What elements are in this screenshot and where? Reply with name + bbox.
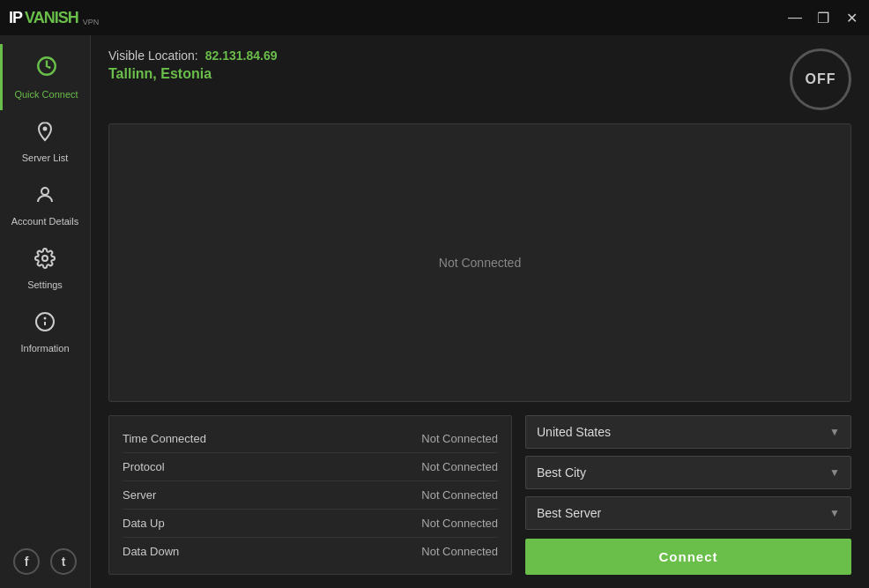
stat-row-data-up: Data Up Not Connected: [123, 510, 498, 538]
stat-row-protocol: Protocol Not Connected: [123, 453, 498, 481]
sidebar-item-settings[interactable]: Settings: [0, 237, 90, 301]
sidebar: Quick Connect Server List Account Detail…: [0, 35, 91, 588]
bottom-panel: Time Connected Not Connected Protocol No…: [108, 415, 851, 575]
map-area: Not Connected: [108, 123, 851, 402]
stats-panel: Time Connected Not Connected Protocol No…: [108, 415, 512, 575]
svg-point-3: [42, 256, 48, 261]
window-controls: — ❐ ✕: [786, 9, 860, 26]
server-list-icon: [34, 121, 56, 147]
connect-panel: United States ▼ Best City ▼ Best Server …: [525, 415, 851, 575]
information-label: Information: [20, 343, 69, 354]
ip-address: 82.131.84.69: [205, 48, 278, 63]
main-layout: Quick Connect Server List Account Detail…: [0, 35, 869, 588]
logo-vanish: VANISH: [25, 9, 78, 27]
city-dropdown-label: Best City: [537, 465, 586, 480]
stat-server-value: Not Connected: [421, 488, 498, 502]
country-dropdown-label: United States: [537, 425, 611, 439]
country-dropdown-arrow: ▼: [829, 426, 840, 438]
server-dropdown[interactable]: Best Server ▼: [525, 496, 851, 530]
connect-button[interactable]: Connect: [525, 539, 851, 575]
sidebar-item-account-details[interactable]: Account Details: [0, 174, 90, 237]
maximize-button[interactable]: ❐: [814, 9, 832, 26]
account-details-label: Account Details: [11, 216, 78, 227]
content-area: Visible Location: 82.131.84.69 Tallinn, …: [91, 35, 869, 588]
twitter-button[interactable]: t: [50, 548, 77, 575]
stat-row-data-down: Data Down Not Connected: [123, 538, 498, 565]
app-logo: IP VANISH VPN: [9, 9, 99, 27]
logo-vpn: VPN: [83, 18, 100, 26]
stat-time-label: Time Connected: [123, 432, 206, 445]
country-dropdown[interactable]: United States ▼: [525, 415, 851, 449]
stat-data-up-value: Not Connected: [421, 517, 498, 530]
minimize-button[interactable]: —: [786, 9, 804, 26]
stat-protocol-label: Protocol: [123, 460, 165, 473]
information-icon: [34, 311, 56, 338]
stat-data-down-value: Not Connected: [421, 545, 498, 558]
settings-icon: [34, 248, 56, 274]
stat-protocol-value: Not Connected: [421, 460, 498, 473]
logo-ip: IP: [9, 9, 22, 27]
quick-connect-icon: [35, 55, 58, 84]
close-button[interactable]: ✕: [843, 9, 860, 26]
stat-data-up-label: Data Up: [123, 517, 165, 530]
sidebar-item-information[interactable]: Information: [0, 301, 90, 364]
map-status-text: Not Connected: [439, 256, 521, 270]
stat-row-time: Time Connected Not Connected: [123, 425, 498, 453]
stat-data-down-label: Data Down: [123, 545, 179, 558]
svg-point-2: [41, 188, 48, 195]
svg-point-1: [43, 127, 48, 131]
stat-row-server: Server Not Connected: [123, 481, 498, 510]
power-button[interactable]: OFF: [790, 48, 851, 110]
city-dropdown-arrow: ▼: [829, 466, 840, 479]
quick-connect-label: Quick Connect: [14, 89, 78, 100]
social-links: f t: [13, 535, 77, 588]
location-name: Tallinn, Estonia: [108, 66, 277, 82]
stat-server-label: Server: [123, 488, 156, 502]
sidebar-item-server-list[interactable]: Server List: [0, 110, 90, 174]
account-details-icon: [34, 184, 56, 211]
header: Visible Location: 82.131.84.69 Tallinn, …: [108, 48, 851, 110]
sidebar-item-quick-connect[interactable]: Quick Connect: [0, 44, 90, 110]
settings-label: Settings: [27, 279, 63, 290]
visible-location-label: Visible Location:: [108, 48, 198, 63]
city-dropdown[interactable]: Best City ▼: [525, 456, 851, 489]
facebook-button[interactable]: f: [13, 548, 40, 575]
stat-time-value: Not Connected: [421, 432, 498, 445]
title-bar: IP VANISH VPN — ❐ ✕: [0, 0, 869, 35]
server-list-label: Server List: [22, 153, 69, 163]
location-info: Visible Location: 82.131.84.69 Tallinn, …: [108, 48, 277, 82]
server-dropdown-arrow: ▼: [829, 507, 840, 519]
server-dropdown-label: Best Server: [537, 506, 601, 520]
